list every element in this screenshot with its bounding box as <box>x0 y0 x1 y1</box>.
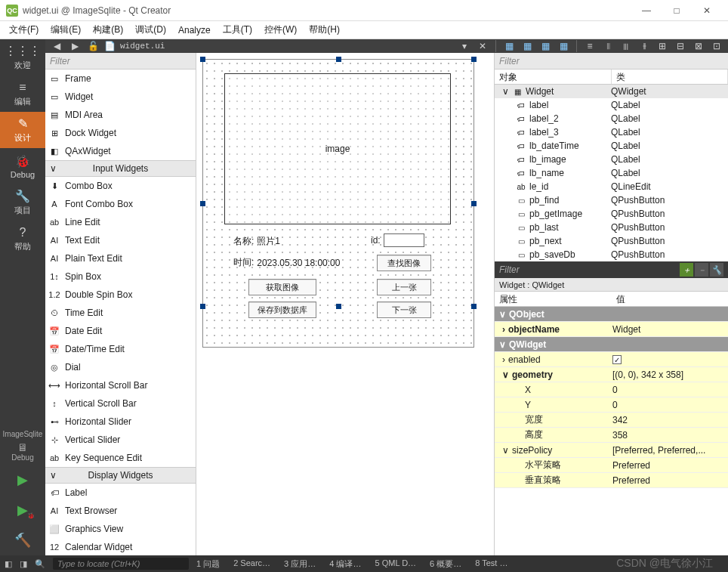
output-tab[interactable]: 6 概要… <box>430 558 461 570</box>
widgetbox-filter[interactable]: Filter <box>45 53 196 70</box>
widget-item[interactable]: ⊞Dock Widget <box>45 124 196 142</box>
resize-handle[interactable] <box>336 304 341 309</box>
property-filter[interactable]: Filter <box>499 264 520 275</box>
kit-selector[interactable]: ImageSqlite 🖥 Debug <box>3 427 43 465</box>
edit-widgets-icon[interactable]: ▦ <box>502 39 516 53</box>
objtree-row[interactable]: 🏷lb_imageQLabel <box>495 153 728 166</box>
widget-item[interactable]: AFont Combo Box <box>45 195 196 213</box>
objtree-row[interactable]: 🏷lb_dateTimeQLabel <box>495 139 728 153</box>
prop-col-name[interactable]: 属性 <box>495 292 612 306</box>
widget-category[interactable]: ∨Input Widgets <box>45 160 196 177</box>
widget-item[interactable]: ▭Frame <box>45 70 196 88</box>
layout-hs-icon[interactable]: ⫼ <box>619 39 633 53</box>
widget-item[interactable]: AIText Edit <box>45 231 196 249</box>
resize-handle[interactable] <box>471 304 477 309</box>
objtree-row[interactable]: 🏷labelQLabel <box>495 98 728 112</box>
expand-icon[interactable]: ∨ <box>502 445 509 456</box>
break-layout-icon[interactable]: ⊠ <box>692 39 705 53</box>
menu-file[interactable]: 文件(F) <box>6 22 42 38</box>
resize-handle[interactable] <box>200 57 205 62</box>
widget-item[interactable]: 📅Date Edit <box>45 322 196 340</box>
widget-category[interactable]: ∨Display Widgets <box>45 467 196 484</box>
objtree-row[interactable]: 🏷lb_nameQLabel <box>495 166 728 180</box>
mode-design[interactable]: ✎设计 <box>0 112 45 148</box>
property-value[interactable]: ✓ <box>608 354 728 365</box>
output-tab[interactable]: 8 Test … <box>475 558 507 570</box>
resize-handle[interactable] <box>200 304 205 309</box>
close-file-button[interactable]: ✕ <box>476 39 489 53</box>
menu-widgets[interactable]: 控件(W) <box>261 22 300 38</box>
mode-edit[interactable]: ≡编辑 <box>0 76 45 112</box>
remove-property-button[interactable]: － <box>695 263 708 277</box>
menu-edit[interactable]: 编辑(E) <box>48 22 84 38</box>
widget-item[interactable]: AIText Browser <box>45 502 196 520</box>
objtree-row[interactable]: able_idQLineEdit <box>495 180 728 193</box>
le-id[interactable] <box>384 233 424 247</box>
objtree-row[interactable]: ∨▦WidgetQWidget <box>495 85 728 98</box>
resize-handle[interactable] <box>471 57 477 62</box>
property-row[interactable]: 高度358 <box>495 428 728 443</box>
widget-item[interactable]: 1.2Double Spin Box <box>45 286 196 304</box>
build-button[interactable]: 🔨 <box>0 525 45 555</box>
dropdown-icon[interactable]: ▾ <box>458 39 471 53</box>
expand-icon[interactable]: › <box>502 354 505 365</box>
mode-debug[interactable]: 🐞Debug <box>0 148 45 184</box>
layout-form-icon[interactable]: ⊟ <box>674 39 687 53</box>
property-row[interactable]: ∨ geometry[(0, 0), 342 x 358] <box>495 367 728 382</box>
resize-handle[interactable] <box>200 201 205 206</box>
objtree-row[interactable]: 🏷label_3QLabel <box>495 125 728 139</box>
widget-item[interactable]: abLine Edit <box>45 213 196 231</box>
output-tab[interactable]: 4 编译… <box>329 558 361 570</box>
id-label[interactable]: id: <box>371 235 381 246</box>
widget-item[interactable]: ◧QAxWidget <box>45 142 196 160</box>
property-value[interactable]: Preferred <box>608 475 728 486</box>
layout-vs-icon[interactable]: ⫵ <box>637 39 651 53</box>
menu-debug[interactable]: 调试(D) <box>132 22 169 38</box>
property-value[interactable]: 358 <box>608 430 728 441</box>
objtree-row[interactable]: ▭pb_nextQPushButton <box>495 234 728 248</box>
property-row[interactable]: 水平策略Preferred <box>495 458 728 473</box>
property-value[interactable]: Widget <box>608 324 728 335</box>
mode-welcome[interactable]: ⋮⋮⋮欢迎 <box>0 39 45 76</box>
nav-fwd-icon[interactable]: ▶ <box>68 39 82 53</box>
expand-icon[interactable]: ∨ <box>499 339 506 350</box>
expand-icon[interactable]: ∨ <box>499 309 506 320</box>
property-rows[interactable]: ∨ QObject› objectNameWidget∨ QWidget› en… <box>495 307 728 488</box>
property-value[interactable]: 0 <box>608 385 728 395</box>
resize-handle[interactable] <box>471 201 477 206</box>
expand-icon[interactable]: ∨ <box>502 369 509 380</box>
property-value[interactable]: 0 <box>608 400 728 410</box>
pb-last[interactable]: 上一张 <box>377 279 431 295</box>
prop-col-value[interactable]: 值 <box>612 292 729 306</box>
widget-list[interactable]: ▭Frame▭Widget▤MDI Area⊞Dock Widget◧QAxWi… <box>45 70 196 556</box>
widget-item[interactable]: ⬜Graphics View <box>45 520 196 538</box>
lock-icon[interactable]: 🔓 <box>86 39 100 53</box>
objtree-row[interactable]: ▭pb_saveDbQPushButton <box>495 248 728 261</box>
widget-item[interactable]: ▭Widget <box>45 88 196 106</box>
widget-item[interactable]: 📅Date/Time Edit <box>45 340 196 358</box>
widget-item[interactable]: ⟷Horizontal Scroll Bar <box>45 376 196 394</box>
layout-grid-icon[interactable]: ⊞ <box>656 39 669 53</box>
resize-handle[interactable] <box>336 57 341 62</box>
property-row[interactable]: 垂直策略Preferred <box>495 473 728 488</box>
property-value[interactable]: [(0, 0), 342 x 358] <box>608 369 728 380</box>
edit-buddies-icon[interactable]: ▦ <box>538 39 552 53</box>
toggle-left-icon[interactable]: ◧ <box>5 559 12 569</box>
pb-find[interactable]: 查找图像 <box>377 255 431 271</box>
name-label[interactable]: 名称: <box>233 235 254 248</box>
objtree-row[interactable]: ▭pb_getImageQPushButton <box>495 207 728 221</box>
form-widget[interactable]: image 名称: 照片1 id: 时间: 2023.05.30 18:00:0… <box>202 59 474 348</box>
property-row[interactable]: › enabled✓ <box>495 352 728 367</box>
widget-item[interactable]: abKey Sequence Edit <box>45 449 196 467</box>
toggle-right-icon[interactable]: ◨ <box>20 559 27 569</box>
open-file-name[interactable]: widget.ui <box>120 42 165 51</box>
widget-item[interactable]: ↕Vertical Scroll Bar <box>45 394 196 413</box>
run-debug-button[interactable]: ▶🐞 <box>0 495 45 525</box>
expand-icon[interactable]: ∨ <box>502 86 509 97</box>
output-tab[interactable]: 1 问题 <box>196 558 220 570</box>
lb-datetime[interactable]: 2023.05.30 18:00:00 <box>257 258 340 268</box>
form-canvas[interactable]: image 名称: 照片1 id: 时间: 2023.05.30 18:00:0… <box>196 53 494 556</box>
edit-signals-icon[interactable]: ▦ <box>520 39 534 53</box>
layout-h-icon[interactable]: ≡ <box>583 39 597 53</box>
property-value[interactable]: 342 <box>608 415 728 425</box>
